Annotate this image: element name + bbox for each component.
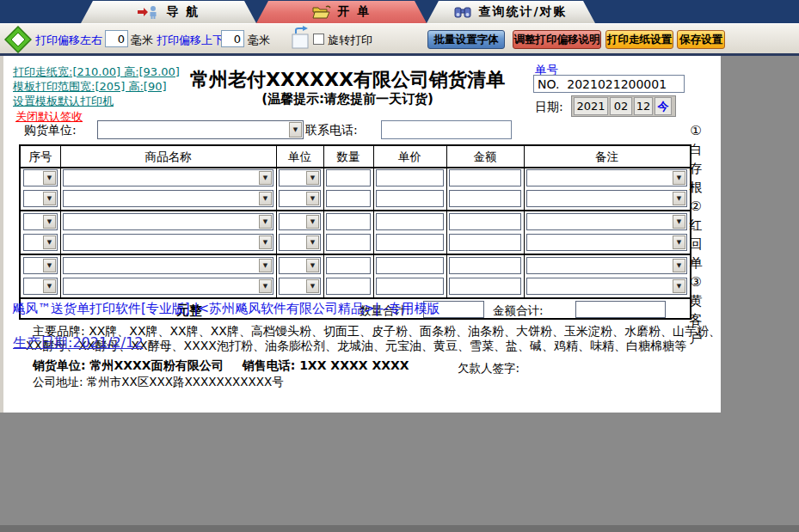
chevron-down-icon[interactable]: ▼: [673, 215, 685, 229]
chevron-down-icon[interactable]: ▼: [43, 235, 56, 249]
save-settings-button-label: 保存设置: [679, 33, 722, 47]
amount-input-row5[interactable]: [449, 257, 521, 274]
amount-input-row6[interactable]: [449, 278, 521, 295]
adjust-offset-help-button[interactable]: 调整打印偏移说明: [513, 30, 601, 49]
chevron-down-icon[interactable]: ▼: [306, 259, 319, 272]
price-input-row2[interactable]: [376, 190, 444, 207]
amount-input-row2[interactable]: [449, 190, 521, 207]
amount-total-input[interactable]: [575, 301, 666, 318]
offset-lr-input[interactable]: [105, 30, 128, 47]
batch-font-button[interactable]: 批量设置字体: [427, 30, 505, 49]
note-combo-row5[interactable]: ▼: [526, 257, 687, 274]
chevron-down-icon[interactable]: ▼: [259, 279, 272, 293]
product-combo-row5[interactable]: ▼: [63, 257, 274, 274]
chevron-down-icon[interactable]: ▼: [306, 215, 319, 229]
seq-combo-row3[interactable]: ▼: [23, 213, 58, 230]
paper-feed-settings-button[interactable]: 打印走纸设置: [605, 30, 673, 49]
grid-column-line: [276, 146, 277, 297]
row-pair-divider: [21, 210, 690, 211]
seller-company-label: 销货单位: 常州XXXX面粉有限公司: [33, 358, 224, 372]
chevron-down-icon[interactable]: ▼: [43, 259, 56, 272]
unit-combo-row3[interactable]: ▼: [279, 213, 321, 230]
chevron-down-icon[interactable]: ▼: [306, 171, 319, 185]
contact-phone-label: 联系电话:: [305, 123, 358, 138]
contact-phone-input[interactable]: [381, 120, 512, 139]
default-printer-link[interactable]: 设置模板默认打印机: [13, 94, 114, 109]
date-month-box[interactable]: 02: [610, 97, 632, 115]
chevron-down-icon[interactable]: ▼: [673, 235, 685, 249]
chevron-down-icon[interactable]: ▼: [289, 122, 302, 138]
date-today-button[interactable]: 今: [655, 97, 672, 115]
amount-input-row1[interactable]: [449, 169, 521, 187]
product-combo-row1[interactable]: ▼: [63, 169, 274, 187]
note-combo-row4[interactable]: ▼: [526, 234, 687, 251]
date-year-box[interactable]: 2021: [574, 97, 608, 115]
seq-combo-row6[interactable]: ▼: [23, 278, 58, 295]
save-settings-button[interactable]: 保存设置: [677, 30, 725, 49]
rotate-print-checkbox[interactable]: [313, 34, 324, 45]
qty-input-row5[interactable]: [326, 257, 371, 274]
production-date-link[interactable]: 生产日期:2021/2/12: [13, 334, 143, 352]
col-header-unit: 单位: [276, 149, 323, 166]
amount-input-row4[interactable]: [449, 234, 521, 251]
chevron-down-icon[interactable]: ▼: [259, 235, 272, 249]
unit-combo-row4[interactable]: ▼: [279, 234, 321, 251]
chevron-down-icon[interactable]: ▼: [259, 215, 272, 229]
price-input-row5[interactable]: [376, 257, 444, 274]
col-header-price: 单价: [373, 149, 446, 166]
seq-combo-row2[interactable]: ▼: [23, 190, 58, 207]
buyer-combo[interactable]: ▼: [97, 120, 304, 139]
price-input-row4[interactable]: [376, 234, 444, 251]
offset-ud-input[interactable]: [221, 30, 244, 47]
amount-input-row3[interactable]: [449, 213, 521, 230]
chevron-down-icon[interactable]: ▼: [306, 279, 319, 293]
unit-combo-row5[interactable]: ▼: [279, 257, 321, 274]
company-address: 公司地址: 常州市XX区XXX路XXXXXXXXXXX号: [33, 375, 284, 390]
chevron-down-icon[interactable]: ▼: [306, 192, 319, 205]
qty-input-row3[interactable]: [326, 213, 371, 230]
note-combo-row2[interactable]: ▼: [526, 190, 687, 207]
paper-feed-settings-button-label: 打印走纸设置: [607, 33, 672, 47]
price-input-row6[interactable]: [376, 278, 444, 295]
software-watermark: 飚风™送货单打印软件[专业版] |<苏州飚风软件有限公司精品>|--专用模版: [12, 301, 440, 317]
product-combo-row2[interactable]: ▼: [63, 190, 274, 207]
offset-ud-label: 打印偏移上下: [157, 33, 224, 48]
chevron-down-icon[interactable]: ▼: [673, 279, 685, 293]
product-combo-row3[interactable]: ▼: [63, 213, 274, 230]
order-no-input[interactable]: [533, 75, 685, 93]
price-input-row1[interactable]: [376, 169, 444, 187]
product-combo-row6[interactable]: ▼: [63, 278, 274, 295]
chevron-down-icon[interactable]: ▼: [306, 235, 319, 249]
unit-combo-row1[interactable]: ▼: [279, 169, 321, 187]
product-combo-row4[interactable]: ▼: [63, 234, 274, 251]
note-combo-row3[interactable]: ▼: [526, 213, 687, 230]
qty-input-row4[interactable]: [326, 234, 371, 251]
chevron-down-icon[interactable]: ▼: [259, 171, 272, 185]
unit-combo-row2[interactable]: ▼: [279, 190, 321, 207]
chevron-down-icon[interactable]: ▼: [43, 215, 56, 229]
tab-navigation[interactable]: 导 航: [81, 1, 256, 23]
col-header-qty: 数量: [323, 149, 373, 166]
chevron-down-icon[interactable]: ▼: [43, 279, 56, 293]
qty-input-row2[interactable]: [326, 190, 371, 207]
tab-query-stats[interactable]: 查询统计/对账: [427, 1, 595, 23]
note-combo-row6[interactable]: ▼: [526, 278, 687, 295]
tab-create-order[interactable]: 开 单: [256, 1, 427, 23]
unit-combo-row6[interactable]: ▼: [279, 278, 321, 295]
chevron-down-icon[interactable]: ▼: [43, 171, 56, 185]
chevron-down-icon[interactable]: ▼: [259, 259, 272, 272]
chevron-down-icon[interactable]: ▼: [43, 192, 56, 205]
qty-input-row6[interactable]: [326, 278, 371, 295]
seq-combo-row4[interactable]: ▼: [23, 234, 58, 251]
chevron-down-icon[interactable]: ▼: [259, 192, 272, 205]
seq-combo-row5[interactable]: ▼: [23, 257, 58, 274]
date-day-box[interactable]: 12: [634, 97, 653, 115]
price-input-row3[interactable]: [376, 213, 444, 230]
chevron-down-icon[interactable]: ▼: [673, 259, 685, 272]
seq-combo-row1[interactable]: ▼: [23, 169, 58, 187]
note-combo-row1[interactable]: ▼: [526, 169, 687, 187]
rotate-print-icon: [290, 26, 311, 50]
chevron-down-icon[interactable]: ▼: [673, 171, 685, 185]
qty-input-row1[interactable]: [326, 169, 371, 187]
chevron-down-icon[interactable]: ▼: [673, 192, 685, 205]
